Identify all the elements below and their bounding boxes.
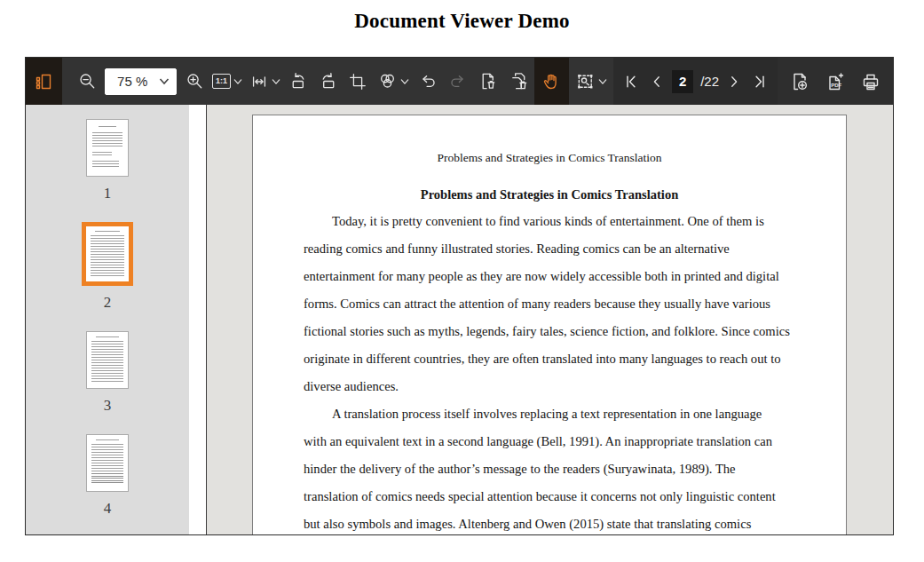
chevron-down-icon xyxy=(272,78,280,85)
thumbnail-number: 4 xyxy=(104,500,112,518)
body-line: entertainment for many people as they ar… xyxy=(304,263,807,290)
current-page-input[interactable] xyxy=(672,70,693,93)
running-head: Problems and Strategies in Comics Transl… xyxy=(253,151,846,165)
select-annotation-button[interactable] xyxy=(569,58,613,105)
redo-icon xyxy=(447,71,468,91)
thumbnail-scrollbar[interactable] xyxy=(189,105,206,534)
zoom-out-button[interactable] xyxy=(74,58,101,105)
crop-icon xyxy=(348,72,367,91)
actual-size-button[interactable]: 1:1 xyxy=(209,58,246,105)
delete-page-icon xyxy=(478,71,498,91)
last-page-icon xyxy=(750,73,768,91)
document-canvas[interactable]: Problems and Strategies in Comics Transl… xyxy=(206,105,893,534)
print-icon xyxy=(860,71,881,92)
toolbar-right-group: PDF xyxy=(778,58,893,105)
undo-icon xyxy=(418,71,438,91)
thumbnail-page-4[interactable]: 4 xyxy=(86,434,129,518)
thumbnail-number: 3 xyxy=(104,397,112,415)
previous-page-button[interactable] xyxy=(647,58,667,105)
add-page-icon xyxy=(789,71,810,92)
thumbnail-page-2[interactable]: 2 xyxy=(82,222,133,312)
pdf-viewer: 75 % 1:1 xyxy=(25,57,894,535)
zoom-out-icon xyxy=(77,71,98,91)
thumbnail-panel: 1 2 3 xyxy=(26,105,189,534)
pan-hand-icon xyxy=(541,71,562,91)
body-line: diverse audiences. xyxy=(304,373,807,400)
document-body: Today, it is pretty convenient to find v… xyxy=(304,208,807,534)
rotate-left-button[interactable] xyxy=(284,58,313,105)
actual-size-icon: 1:1 xyxy=(212,74,231,89)
chevron-down-icon xyxy=(598,78,607,85)
thumbnail-image xyxy=(86,331,129,389)
export-pdf-icon: PDF xyxy=(825,71,846,92)
zoom-in-icon xyxy=(185,71,205,91)
thumbnail-number: 2 xyxy=(104,294,112,312)
body-line: hinder the delivery of the author’s mess… xyxy=(304,455,807,483)
delete-page-button[interactable] xyxy=(472,58,503,105)
chevron-down-icon xyxy=(400,78,409,85)
thumbnail-page-3[interactable]: 3 xyxy=(86,331,129,415)
thumbnail-pane-button[interactable] xyxy=(26,58,62,105)
page-organize-icon xyxy=(377,71,398,91)
next-page-button[interactable] xyxy=(724,58,744,105)
thumbnail-page-1[interactable]: 1 xyxy=(86,119,129,202)
first-page-icon xyxy=(623,73,641,91)
chevron-down-icon xyxy=(233,78,242,85)
viewer-content: 1 2 3 xyxy=(26,105,893,534)
page-organize-button[interactable] xyxy=(373,58,414,105)
last-page-button[interactable] xyxy=(749,58,769,105)
body-line: fictional stories such as myths, legends… xyxy=(304,318,807,345)
page-title: Document Viewer Demo xyxy=(0,10,924,33)
body-line: originate in different countries, they a… xyxy=(304,345,807,373)
body-line: with an equivalent text in a second lang… xyxy=(304,428,807,455)
selected-thumbnail-border xyxy=(82,222,133,286)
zoom-combobox[interactable]: 75 % xyxy=(105,68,177,95)
add-page-button[interactable] xyxy=(788,58,811,105)
page-navigation: /22 xyxy=(613,58,778,105)
body-line: Today, it is pretty convenient to find v… xyxy=(304,208,807,235)
undo-button[interactable] xyxy=(414,58,443,105)
body-line: translation of comics needs special atte… xyxy=(304,483,807,511)
fit-width-button[interactable] xyxy=(246,58,283,105)
document-title: Problems and Strategies in Comics Transl… xyxy=(253,187,846,202)
thumbnail-image xyxy=(86,226,129,281)
page-count-label: /22 xyxy=(700,74,719,89)
crop-button[interactable] xyxy=(343,58,372,105)
first-page-button[interactable] xyxy=(622,58,642,105)
previous-page-icon xyxy=(649,74,665,90)
body-line: A translation process itself involves re… xyxy=(304,400,807,428)
select-annotation-icon xyxy=(575,71,596,91)
redo-button[interactable] xyxy=(443,58,472,105)
toolbar: 75 % 1:1 xyxy=(26,58,893,105)
rotate-left-icon xyxy=(288,71,309,91)
pan-tool-button[interactable] xyxy=(534,58,569,105)
thumbnail-pane-icon xyxy=(33,71,54,92)
thumbnail-image xyxy=(86,119,129,177)
fit-width-icon xyxy=(249,72,269,91)
delete-pages-button[interactable] xyxy=(503,58,534,105)
svg-text:PDF: PDF xyxy=(831,83,841,88)
zoom-value: 75 % xyxy=(106,74,159,89)
export-pdf-button[interactable]: PDF xyxy=(824,58,847,105)
toolbar-spacer xyxy=(62,58,74,105)
delete-pages-icon xyxy=(509,71,529,91)
rotate-right-button[interactable] xyxy=(313,58,343,105)
body-line: but also symbols and images. Altenberg a… xyxy=(304,511,807,534)
zoom-in-button[interactable] xyxy=(180,58,208,105)
document-page: Problems and Strategies in Comics Transl… xyxy=(252,115,847,534)
rotate-right-icon xyxy=(318,71,338,91)
print-button[interactable] xyxy=(859,58,882,105)
body-line: forms. Comics can attract the attention … xyxy=(304,290,807,318)
chevron-down-icon xyxy=(159,77,170,85)
thumbnail-image xyxy=(86,434,129,492)
next-page-icon xyxy=(726,74,742,90)
thumbnail-number: 1 xyxy=(104,185,112,202)
body-line: reading comics and funny illustrated sto… xyxy=(304,235,807,263)
